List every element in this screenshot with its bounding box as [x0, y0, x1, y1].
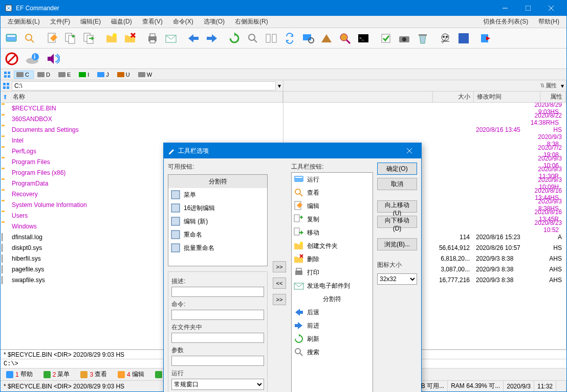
camera-icon[interactable] — [396, 30, 413, 47]
view-icon[interactable] — [21, 30, 38, 47]
move-up-button[interactable]: 向上移动(U) — [377, 200, 417, 213]
fkey-4[interactable]: 4 编辑 — [114, 370, 147, 379]
new-folder-icon[interactable] — [103, 30, 120, 47]
list-item[interactable]: 2020/8/22 14:38RHS — [283, 113, 566, 124]
move-down-button[interactable]: 向下移动(D) — [377, 216, 417, 228]
run-select[interactable]: 常规窗口 — [171, 379, 264, 390]
drive-indicator-icon[interactable] — [3, 82, 10, 89]
menu-left-panel[interactable]: 左侧面板(L) — [3, 16, 45, 28]
toolbar-item[interactable]: 查看 — [292, 186, 373, 199]
left-path-input[interactable] — [12, 81, 276, 90]
toolbar-item[interactable]: 创建文件夹 — [292, 239, 373, 252]
col-size[interactable]: 大小 — [433, 91, 474, 102]
magnify-icon[interactable] — [336, 30, 354, 47]
exit-icon[interactable] — [477, 30, 495, 47]
toolbar-item[interactable]: 后退 — [292, 306, 373, 319]
toolbar-item[interactable]: 前进 — [292, 319, 373, 332]
toolbar-item[interactable]: 删除 — [292, 252, 373, 266]
forward-icon[interactable] — [203, 30, 221, 47]
col-name[interactable]: 名称 — [10, 91, 283, 102]
move-right-button[interactable]: >> — [273, 261, 286, 272]
terminal-icon[interactable]: >_ — [355, 30, 372, 47]
drive-W[interactable]: W — [136, 71, 157, 79]
search-icon[interactable] — [244, 30, 261, 47]
dialog-close-button[interactable] — [402, 143, 417, 158]
back-icon[interactable] — [185, 30, 202, 47]
icon-size-select[interactable]: 32x32 — [377, 273, 417, 285]
pyramid-icon[interactable] — [318, 30, 335, 47]
available-item[interactable]: 编辑 (新) — [168, 215, 267, 228]
available-item[interactable]: 批量重命名 — [168, 241, 267, 255]
dropdown-icon[interactable]: ▾ — [561, 82, 564, 89]
toolbar-item[interactable]: 刷新 — [292, 332, 373, 345]
toolbar-item[interactable]: 复制 — [292, 213, 373, 226]
check-icon[interactable] — [377, 30, 395, 47]
menu-switch-task[interactable]: 切换任务列表(S) — [478, 16, 533, 28]
menu-view[interactable]: 查看(V) — [137, 16, 168, 28]
move-icon[interactable] — [80, 30, 98, 47]
menu-file[interactable]: 文件(F) — [45, 16, 75, 28]
browse-button[interactable]: 浏览(B)... — [377, 238, 417, 250]
disk-info-icon[interactable]: i — [23, 50, 41, 68]
available-item[interactable]: 重命名 — [168, 228, 267, 241]
available-item[interactable]: 菜单 — [168, 188, 267, 201]
copy-icon[interactable] — [62, 30, 79, 47]
zoom-icon[interactable] — [299, 30, 317, 47]
col-date[interactable]: 修改时间 — [474, 91, 540, 102]
menu-right-panel[interactable]: 右侧面板(R) — [230, 16, 273, 28]
compare-icon[interactable] — [263, 30, 280, 47]
menu-edit[interactable]: 编辑(E) — [75, 16, 106, 28]
available-item[interactable]: 分割符 — [168, 175, 267, 188]
menu-help[interactable]: 帮助(H) — [533, 16, 564, 28]
sound-icon[interactable] — [43, 50, 62, 68]
toolbar-item[interactable]: 发送电子邮件到 — [292, 279, 373, 292]
menu-disk[interactable]: 磁盘(D) — [106, 16, 137, 28]
mail-icon[interactable] — [162, 30, 180, 47]
drive-E[interactable]: E — [56, 71, 75, 79]
available-item[interactable]: 16进制编辑 — [168, 201, 267, 215]
list-item[interactable]: 360SANDBOX — [1, 113, 283, 124]
close-button[interactable] — [539, 1, 562, 16]
drive-D[interactable]: D — [35, 71, 55, 79]
refresh-icon[interactable] — [226, 30, 243, 47]
edit-icon[interactable] — [43, 30, 61, 47]
toolbar-item[interactable]: 搜索 — [292, 345, 373, 359]
list-item[interactable]: $RECYCLE.BIN — [1, 103, 283, 113]
params-input[interactable] — [171, 356, 264, 366]
toolbar-item[interactable]: 编辑 — [292, 199, 373, 213]
delete-icon[interactable] — [121, 30, 139, 47]
move-right2-button[interactable]: >> — [273, 294, 286, 305]
toolbar-item[interactable]: 运行 — [292, 173, 373, 186]
toolbar-item[interactable]: 打印 — [292, 266, 373, 279]
cmd-input[interactable] — [171, 310, 264, 320]
print-icon[interactable] — [144, 30, 161, 47]
run-icon[interactable] — [3, 30, 20, 47]
cancel-button[interactable]: 取消 — [377, 178, 417, 190]
moon-icon[interactable] — [455, 30, 472, 47]
trash-icon[interactable] — [414, 30, 431, 47]
desc-input[interactable] — [171, 287, 264, 297]
col-attr[interactable]: 属性 — [540, 91, 566, 102]
fkey-2[interactable]: 2 菜单 — [40, 370, 73, 379]
list-item[interactable]: Documents and Settings — [1, 124, 283, 135]
dropdown-icon[interactable]: ▾ — [278, 82, 281, 89]
ok-button[interactable]: 确定(O) — [377, 163, 417, 175]
fkey-1[interactable]: 1 帮助 — [3, 370, 36, 379]
menu-cmd[interactable]: 命令(X) — [168, 16, 199, 28]
drive-U[interactable]: U — [115, 71, 135, 79]
skull-icon[interactable] — [437, 30, 454, 47]
toolbar-item[interactable]: 分割符 — [292, 292, 373, 306]
drive-C[interactable]: C — [14, 71, 34, 79]
toolbar-buttons-list[interactable]: 运行查看编辑复制移动创建文件夹删除打印发送电子邮件到分割符后退前进刷新搜索 — [291, 172, 373, 392]
maximize-button[interactable] — [516, 1, 539, 16]
move-left-button[interactable]: << — [273, 278, 286, 289]
minimize-button[interactable] — [493, 1, 516, 16]
drive-J[interactable]: J — [95, 71, 114, 79]
infolder-input[interactable] — [171, 333, 264, 343]
view-mode-icon[interactable] — [2, 70, 13, 79]
fkey-3[interactable]: 3 查看 — [77, 370, 110, 379]
menu-options[interactable]: 选项(O) — [199, 16, 230, 28]
toolbar-item[interactable]: 移动 — [292, 226, 373, 239]
drive-I[interactable]: I — [76, 71, 94, 79]
sync-icon[interactable] — [281, 30, 298, 47]
